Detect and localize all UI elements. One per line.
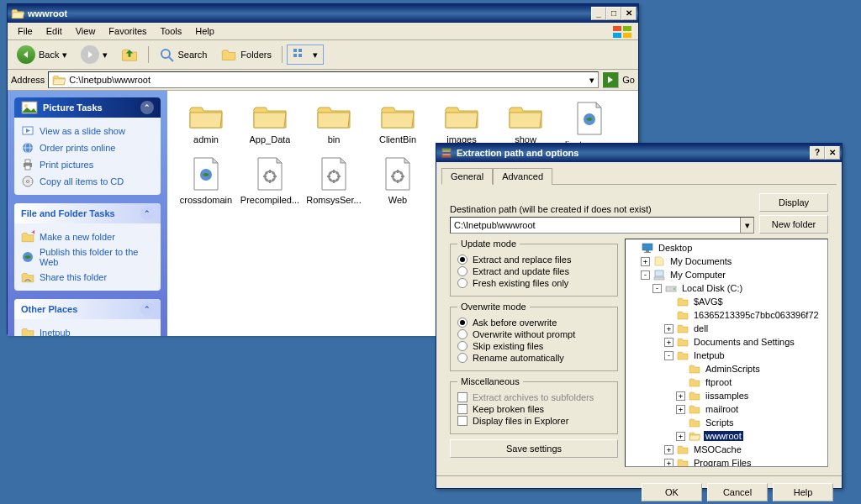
update-mode-option[interactable]: Extract and update files: [457, 265, 610, 277]
tree-node[interactable]: AdminScripts: [627, 362, 826, 375]
tree-expander-icon[interactable]: -: [652, 284, 662, 293]
copy-cd-link[interactable]: Copy all items to CD: [21, 173, 154, 190]
cancel-button[interactable]: Cancel: [707, 483, 768, 501]
menu-tools[interactable]: Tools: [154, 24, 189, 38]
file-item[interactable]: App_Data: [238, 97, 302, 153]
close-button[interactable]: ✕: [825, 146, 840, 160]
tree-expander-icon[interactable]: +: [664, 338, 673, 347]
go-button[interactable]: [602, 71, 619, 88]
tree-node[interactable]: $AVG$: [627, 295, 826, 308]
folders-button[interactable]: Folders: [214, 44, 277, 66]
tree-label[interactable]: dell: [692, 323, 710, 333]
tree-label[interactable]: My Documents: [668, 256, 733, 266]
tree-node[interactable]: 16365213395c7bbc063396f72: [627, 308, 826, 322]
tree-label[interactable]: mailroot: [704, 404, 740, 414]
tab-advanced[interactable]: Advanced: [493, 168, 552, 185]
tree-node[interactable]: +My Documents: [627, 255, 826, 268]
order-prints-link[interactable]: Order prints online: [21, 139, 154, 156]
dropdown-icon[interactable]: ▾: [740, 218, 753, 233]
picture-tasks-header[interactable]: Picture Tasks ⌃: [14, 97, 161, 118]
tree-node[interactable]: ftproot: [627, 375, 826, 389]
file-tasks-header[interactable]: File and Folder Tasks ⌃: [14, 203, 161, 223]
collapse-icon[interactable]: ⌃: [140, 101, 154, 114]
file-item[interactable]: admin: [174, 97, 238, 153]
print-link[interactable]: Print pictures: [21, 156, 154, 173]
tree-label[interactable]: Local Disk (C:): [680, 283, 744, 293]
tree-label[interactable]: My Computer: [668, 270, 727, 280]
display-button[interactable]: Display: [759, 193, 828, 212]
tree-node[interactable]: +wwwroot: [627, 429, 826, 443]
tree-node[interactable]: +mailroot: [627, 402, 826, 416]
tree-label[interactable]: AdminScripts: [704, 364, 762, 374]
tree-label[interactable]: MSOCache: [692, 444, 743, 454]
file-item[interactable]: Web: [366, 153, 430, 208]
tab-general[interactable]: General: [441, 168, 493, 185]
overwrite-mode-option[interactable]: Ask before overwrite: [457, 317, 610, 328]
collapse-icon[interactable]: ⌃: [140, 207, 154, 220]
close-button[interactable]: ✕: [621, 7, 637, 20]
tree-label[interactable]: Inetpub: [692, 350, 726, 360]
slideshow-link[interactable]: View as a slide show: [21, 123, 154, 139]
tree-node[interactable]: +Documents and Settings: [627, 335, 826, 349]
radio-icon[interactable]: [457, 278, 467, 288]
tree-label[interactable]: Scripts: [704, 417, 736, 428]
folder-tree[interactable]: Desktop+My Documents-My Computer-Local D…: [625, 239, 828, 467]
radio-icon[interactable]: [457, 266, 467, 276]
new-folder-link[interactable]: ✦Make a new folder: [21, 228, 154, 245]
radio-icon[interactable]: [457, 255, 467, 265]
tree-expander-icon[interactable]: +: [664, 459, 673, 468]
help-button[interactable]: Help: [773, 483, 833, 501]
tree-label[interactable]: Program Files: [692, 458, 753, 467]
search-button[interactable]: Search: [153, 44, 213, 66]
menu-view[interactable]: View: [69, 24, 103, 38]
tree-label[interactable]: iissamples: [704, 391, 750, 401]
new-folder-button[interactable]: New folder: [759, 215, 828, 234]
tree-node[interactable]: +iissamples: [627, 389, 826, 402]
views-button[interactable]: ▾: [287, 45, 324, 65]
misc-option[interactable]: Keep broken files: [457, 403, 610, 415]
back-button[interactable]: Back ▾: [11, 42, 73, 67]
tree-expander-icon[interactable]: +: [664, 324, 673, 333]
tree-node[interactable]: -Local Disk (C:): [627, 281, 826, 295]
tree-node[interactable]: +dell: [627, 322, 826, 335]
save-settings-button[interactable]: Save settings: [450, 439, 618, 458]
overwrite-mode-option[interactable]: Skip existing files: [457, 340, 610, 352]
tree-expander-icon[interactable]: +: [664, 445, 673, 454]
up-button[interactable]: [115, 43, 144, 66]
forward-button[interactable]: ▾: [75, 42, 114, 67]
tree-label[interactable]: Documents and Settings: [692, 337, 796, 347]
tree-expander-icon[interactable]: +: [641, 257, 650, 266]
tree-node[interactable]: Desktop: [627, 241, 826, 255]
tree-label[interactable]: 16365213395c7bbc063396f72: [692, 310, 821, 320]
checkbox-icon[interactable]: [457, 416, 467, 426]
tree-node[interactable]: +Program Files: [627, 456, 826, 467]
tree-expander-icon[interactable]: -: [641, 270, 650, 280]
radio-icon[interactable]: [457, 318, 467, 328]
file-item[interactable]: RomsysSer...: [302, 153, 366, 208]
update-mode-option[interactable]: Extract and replace files: [457, 254, 610, 265]
dropdown-icon[interactable]: ▾: [589, 75, 594, 86]
file-item[interactable]: Precompiled...: [238, 153, 302, 208]
radio-icon[interactable]: [457, 341, 467, 351]
tree-node[interactable]: -My Computer: [627, 268, 826, 281]
misc-option[interactable]: Display files in Explorer: [457, 415, 610, 427]
tree-label[interactable]: Desktop: [657, 243, 694, 253]
help-button[interactable]: ?: [810, 146, 825, 160]
address-input[interactable]: C:\Inetpub\wwwroot ▾: [48, 71, 599, 88]
menu-file[interactable]: File: [11, 24, 40, 38]
destination-combo[interactable]: C:\Inetpub\wwwroot ▾: [450, 217, 754, 234]
overwrite-mode-option[interactable]: Rename automatically: [457, 352, 610, 364]
update-mode-option[interactable]: Fresh existing files only: [457, 277, 610, 289]
file-item[interactable]: crossdomain: [174, 153, 238, 208]
minimize-button[interactable]: _: [591, 7, 606, 20]
overwrite-mode-option[interactable]: Overwrite without prompt: [457, 328, 610, 340]
tree-expander-icon[interactable]: +: [676, 405, 685, 414]
tree-node[interactable]: +MSOCache: [627, 443, 826, 456]
inetpub-link[interactable]: Inetpub: [21, 324, 154, 336]
menu-edit[interactable]: Edit: [40, 24, 69, 38]
other-places-header[interactable]: Other Places ⌃: [14, 299, 161, 319]
menu-favorites[interactable]: Favorites: [102, 24, 153, 38]
menu-help[interactable]: Help: [188, 24, 221, 38]
tree-expander-icon[interactable]: +: [676, 391, 685, 401]
file-item[interactable]: bin: [302, 97, 366, 153]
